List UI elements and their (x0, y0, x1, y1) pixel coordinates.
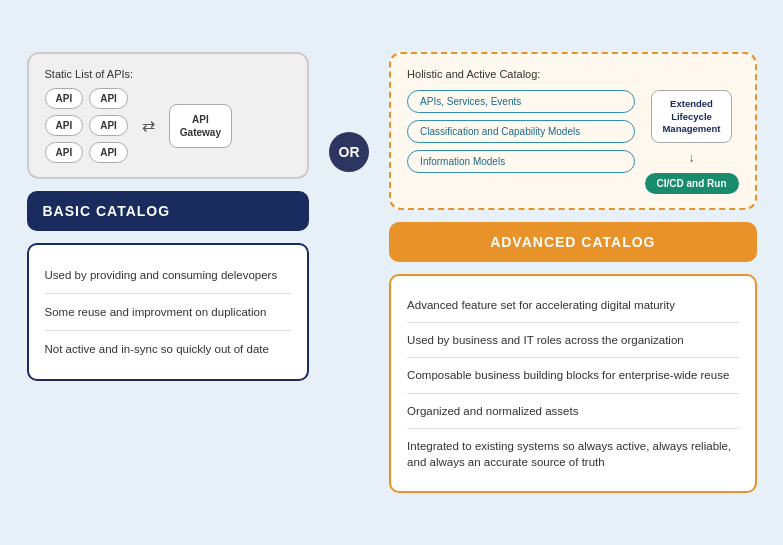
api-bubbles: API API API API API API (45, 88, 128, 163)
api-bubble-1: API (45, 88, 84, 109)
catalog-tag-apis: APIs, Services, Events (407, 90, 634, 113)
basic-diagram: Static List of APIs: API API API API API… (27, 52, 310, 179)
or-circle: OR (329, 132, 369, 172)
api-bubble-3: API (45, 115, 84, 136)
catalog-tag-classification: Classification and Capability Models (407, 120, 634, 143)
api-grid: API API API API API API ⇄ APIGateway (45, 88, 292, 163)
advanced-item-4: Organized and normalized assets (407, 394, 738, 429)
advanced-item-5: Integrated to existing systems so always… (407, 429, 738, 479)
advanced-catalog-title: ADVANCED CATALOG (405, 234, 740, 250)
advanced-item-3: Composable business building blocks for … (407, 358, 738, 393)
api-bubble-5: API (45, 142, 84, 163)
lifecycle-box: ExtendedLifecycleManagement (651, 90, 731, 143)
basic-catalog-body: Used by providing and consuming delevope… (27, 243, 310, 381)
advanced-diagram: Holistic and Active Catalog: APIs, Servi… (389, 52, 756, 210)
api-bubble-6: API (89, 142, 128, 163)
down-arrow-icon: ↓ (689, 151, 695, 165)
api-bubble-4: API (89, 115, 128, 136)
basic-catalog-title: BASIC CATALOG (43, 203, 294, 219)
cicd-tag: CI/CD and Run (645, 173, 739, 194)
right-section: Holistic and Active Catalog: APIs, Servi… (389, 52, 756, 493)
static-label: Static List of APIs: (45, 68, 292, 80)
advanced-item-2: Used by business and IT roles across the… (407, 323, 738, 358)
basic-item-2: Some reuse and improvment on duplication (45, 294, 292, 331)
or-divider: OR (329, 52, 369, 172)
main-container: Static List of APIs: API API API API API… (12, 37, 772, 508)
catalog-tag-information: Information Models (407, 150, 634, 173)
holistic-label: Holistic and Active Catalog: (407, 68, 738, 80)
exchange-arrows-icon: ⇄ (142, 116, 155, 135)
advanced-catalog-header: ADVANCED CATALOG (389, 222, 756, 262)
or-label: OR (339, 144, 360, 160)
advanced-catalog-body: Advanced feature set for accelerating di… (389, 274, 756, 493)
left-section: Static List of APIs: API API API API API… (27, 52, 310, 381)
api-bubble-2: API (89, 88, 128, 109)
catalog-tags-left: APIs, Services, Events Classification an… (407, 90, 634, 194)
basic-item-3: Not active and in-sync so quickly out of… (45, 331, 292, 367)
advanced-item-1: Advanced feature set for accelerating di… (407, 288, 738, 323)
api-gateway-box: APIGateway (169, 104, 232, 148)
basic-item-1: Used by providing and consuming delevope… (45, 257, 292, 294)
catalog-items-right: ExtendedLifecycleManagement ↓ CI/CD and … (645, 90, 739, 194)
advanced-diagram-content: APIs, Services, Events Classification an… (407, 90, 738, 194)
basic-catalog-header: BASIC CATALOG (27, 191, 310, 231)
